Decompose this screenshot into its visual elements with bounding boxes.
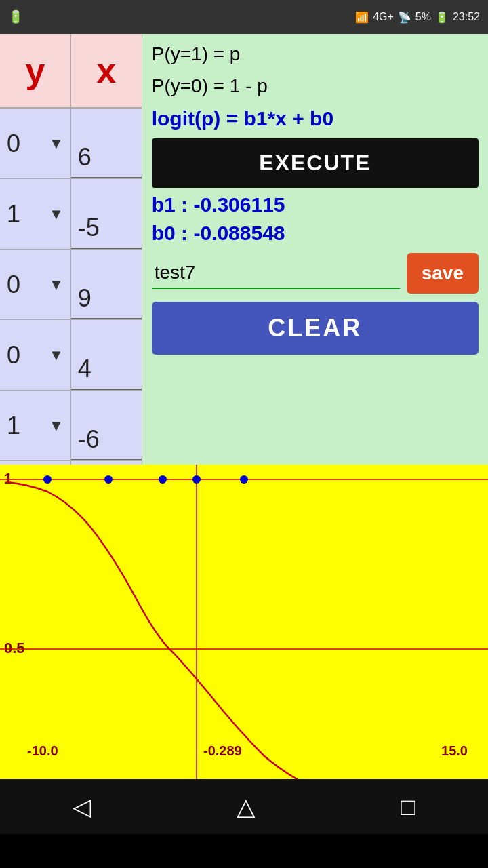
recents-button[interactable]: □ (401, 793, 415, 821)
cell-x-0[interactable]: 6 (71, 108, 142, 178)
chart-section: 1 0.5 0 -10.0 -0.289 15.0 (0, 465, 488, 779)
status-right: 📶 4G+ 📡 5% 🔋 23:52 (355, 11, 480, 24)
battery-pct: 5% (415, 11, 431, 23)
y-value-0: 0 (7, 130, 20, 158)
table-row: 0 ▼ 9 (0, 250, 142, 320)
y-value-3: 0 (7, 341, 20, 370)
x-value-0: 6 (78, 143, 92, 172)
b1-value: -0.306115 (193, 193, 285, 216)
table-header: y x (0, 34, 142, 108)
formula-p0: P(y=0) = 1 - p (152, 73, 479, 99)
col-x-header: x (71, 34, 142, 107)
b0-label: b0 : (152, 222, 188, 244)
save-name-input[interactable] (152, 258, 400, 289)
status-bar: 🔋 📶 4G+ 📡 5% 🔋 23:52 (0, 0, 488, 34)
execute-button[interactable]: EXECUTE (152, 138, 479, 188)
signal-bars-icon: 📡 (398, 11, 411, 24)
top-section: y x 0 ▼ 6 1 ▼ (0, 34, 488, 465)
b0-value: -0.088548 (193, 222, 285, 244)
save-button[interactable]: save (407, 253, 479, 294)
main-content: y x 0 ▼ 6 1 ▼ (0, 34, 488, 834)
back-button[interactable]: ◁ (73, 793, 92, 821)
clear-button[interactable]: CLEAR (152, 302, 479, 355)
b0-result: b0 : -0.088548 (152, 222, 479, 245)
svg-point-6 (159, 475, 167, 484)
cell-y-3[interactable]: 0 ▼ (0, 320, 71, 390)
table-row: 0 ▼ 6 (0, 108, 142, 179)
svg-point-4 (43, 475, 52, 484)
nav-bar: ◁ △ □ (0, 779, 488, 834)
dropdown-arrow-3[interactable]: ▼ (49, 347, 64, 364)
cell-y-1[interactable]: 1 ▼ (0, 179, 71, 249)
col-y-header: y (0, 34, 71, 107)
dropdown-arrow-4[interactable]: ▼ (49, 417, 64, 435)
chart-svg (0, 465, 488, 779)
table-row: 1 ▼ -5 (0, 179, 142, 250)
svg-point-7 (192, 475, 201, 484)
clock: 23:52 (453, 11, 480, 23)
status-left: 🔋 (8, 9, 23, 24)
x-value-1: -5 (78, 214, 100, 242)
b1-label: b1 : (152, 193, 188, 216)
dropdown-arrow-2[interactable]: ▼ (49, 276, 64, 294)
table-row: 0 ▼ 4 (0, 320, 142, 391)
dropdown-arrow-1[interactable]: ▼ (49, 205, 64, 223)
y-value-2: 0 (7, 271, 20, 299)
home-button[interactable]: △ (237, 793, 256, 821)
x-value-4: -6 (78, 425, 100, 454)
cell-y-4[interactable]: 1 ▼ (0, 391, 71, 460)
cell-x-4[interactable]: -6 (71, 391, 142, 460)
x-value-3: 4 (78, 355, 92, 383)
x-value-2: 9 (78, 284, 92, 313)
cell-x-3[interactable]: 4 (71, 320, 142, 390)
battery-icon: 🔋 (435, 11, 449, 24)
table-rows: 0 ▼ 6 1 ▼ -5 (0, 108, 142, 465)
y-value-4: 1 (7, 412, 20, 440)
cell-y-0[interactable]: 0 ▼ (0, 108, 71, 178)
data-table: y x 0 ▼ 6 1 ▼ (0, 34, 142, 465)
formula-logit: logit(p) = b1*x + b0 (152, 107, 479, 130)
cell-x-2[interactable]: 9 (71, 250, 142, 319)
wifi-icon: 📶 (355, 11, 369, 24)
battery-charging-icon: 🔋 (8, 9, 23, 24)
b1-result: b1 : -0.306115 (152, 193, 479, 216)
right-panel: P(y=1) = p P(y=0) = 1 - p logit(p) = b1*… (142, 34, 488, 465)
network-type: 4G+ (373, 11, 394, 23)
y-value-1: 1 (7, 200, 20, 229)
table-row: 1 ▼ -6 (0, 391, 142, 461)
save-row: save (152, 253, 479, 294)
dropdown-arrow-0[interactable]: ▼ (49, 135, 64, 153)
svg-point-5 (104, 475, 113, 484)
cell-y-2[interactable]: 0 ▼ (0, 250, 71, 319)
cell-x-1[interactable]: -5 (71, 179, 142, 249)
formula-p1: P(y=1) = p (152, 41, 479, 67)
svg-point-8 (240, 475, 248, 484)
